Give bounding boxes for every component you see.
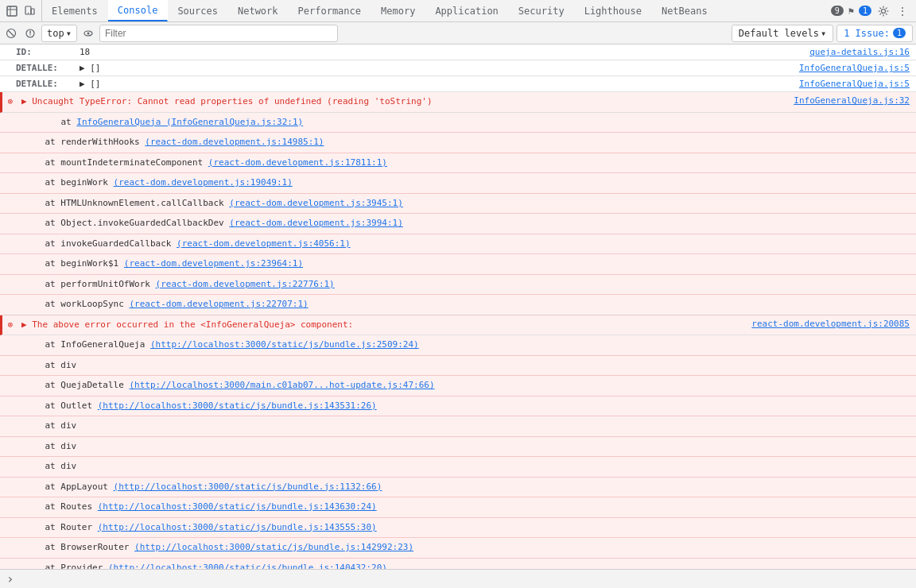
error1-stack8: at beginWork$1 (react-dom.development.js… <box>0 254 916 275</box>
context-selector[interactable]: top <box>41 25 77 42</box>
eye-button[interactable] <box>80 25 96 41</box>
tab-elements[interactable]: Elements <box>42 0 108 21</box>
more-options-button[interactable]: ⋮ <box>895 4 910 18</box>
error2-source[interactable]: react-dom.development.js:20085 <box>745 317 916 331</box>
console-output: ID: 18 queja-details.js:16 DETALLE: ▶ []… <box>0 44 916 569</box>
error1-stack4: at beginWork (react-dom.development.js:1… <box>0 173 916 194</box>
error1-stack10: at workLoopSync (react-dom.development.j… <box>0 295 916 315</box>
levels-chevron-icon <box>821 28 826 39</box>
err2-link10[interactable]: (http://localhost:3000/static/js/bundle.… <box>108 563 387 570</box>
error1-header-row: ⊗ ▶ Uncaught TypeError: Cannot read prop… <box>0 92 916 113</box>
error1-stack2: at renderWithHooks (react-dom.developmen… <box>0 133 916 153</box>
error2-group: ⊗ ▶ The above error occurred in the <Inf… <box>0 315 916 570</box>
issue-count-badge: 1 <box>893 28 906 38</box>
filter-input[interactable] <box>99 25 338 42</box>
error2-header-row: ⊗ ▶ The above error occurred in the <Inf… <box>0 315 916 336</box>
err1-link1[interactable]: InfoGeneralQueja (InfoGeneralQueja.js:32… <box>76 117 303 127</box>
error2-stack5b: at div <box>0 437 916 458</box>
warnings-badge: 1 <box>859 6 871 16</box>
devtools-tab-bar: Elements Console Sources Network Perform… <box>0 0 916 22</box>
tab-security[interactable]: Security <box>509 0 575 21</box>
tab-performance[interactable]: Performance <box>289 0 371 21</box>
error2-stack6: at AppLayout (http://localhost:3000/stat… <box>0 478 916 498</box>
error1-stack9: at performUnitOfWork (react-dom.developm… <box>0 275 916 296</box>
error1-stack1: at InfoGeneralQueja (InfoGeneralQueja.js… <box>0 113 916 133</box>
meta-row-id: ID: 18 queja-details.js:16 <box>0 44 916 60</box>
log-levels-button[interactable]: Default levels <box>732 25 833 42</box>
meta-detalle2-source[interactable]: InfoGeneralQueja.js:5 <box>799 79 916 89</box>
error2-stack2: at div <box>0 356 916 377</box>
error2-stack10: at Provider (http://localhost:3000/stati… <box>0 559 916 570</box>
error1-icon: ⊗ <box>2 94 18 106</box>
meta-detalle2-value: ▶ [] <box>80 79 101 89</box>
err1-link5[interactable]: (react-dom.development.js:3945:1) <box>229 198 403 208</box>
err2-link1[interactable]: (http://localhost:3000/static/js/bundle.… <box>150 339 419 350</box>
settings-button[interactable] <box>876 4 891 18</box>
console-prompt: › <box>6 571 14 586</box>
tab-application[interactable]: Application <box>425 0 508 21</box>
context-chevron-icon <box>66 28 72 39</box>
tab-bar-right: 9 ⚑ 1 ⋮ <box>831 4 916 18</box>
error2-stack5c: at div <box>0 457 916 478</box>
console-toolbar: top Default levels 1 Issue: 1 <box>0 22 916 44</box>
tab-bar: Elements Console Sources Network Perform… <box>42 0 718 21</box>
err1-link3[interactable]: (react-dom.development.js:17811:1) <box>208 157 387 168</box>
err1-link6[interactable]: (react-dom.development.js:3994:1) <box>229 218 403 228</box>
meta-row-detalle1: DETALLE: ▶ [] InfoGeneralQueja.js:5 <box>0 60 916 76</box>
svg-point-6 <box>882 9 886 13</box>
svg-rect-0 <box>7 6 17 16</box>
error2-stack7: at Routes (http://localhost:3000/static/… <box>0 497 916 518</box>
err1-link7[interactable]: (react-dom.development.js:4056:1) <box>177 238 351 249</box>
error1-message[interactable]: ▶ Uncaught TypeError: Cannot read proper… <box>18 94 787 110</box>
error2-stack8: at Router (http://localhost:3000/static/… <box>0 518 916 539</box>
meta-detalle1-label: DETALLE: <box>16 63 80 73</box>
err1-link2[interactable]: (react-dom.development.js:14985:1) <box>145 137 324 147</box>
error1-stack3: at mountIndeterminateComponent (react-do… <box>0 153 916 174</box>
error2-message[interactable]: ▶ The above error occurred in the <InfoG… <box>18 317 745 334</box>
meta-id-source[interactable]: queja-details.js:16 <box>809 47 916 57</box>
meta-row-detalle2: DETALLE: ▶ [] InfoGeneralQueja.js:5 <box>0 76 916 92</box>
bottom-bar: › <box>0 569 916 588</box>
meta-detalle2-label: DETALLE: <box>16 79 80 89</box>
tab-netbeans[interactable]: NetBeans <box>652 0 718 21</box>
err1-link9[interactable]: (react-dom.development.js:22776:1) <box>156 279 335 289</box>
meta-detalle1-source[interactable]: InfoGeneralQueja.js:5 <box>799 63 916 73</box>
error1-stack6: at Object.invokeGuardedCallbackDev (reac… <box>0 214 916 234</box>
err2-link8[interactable]: (http://localhost:3000/static/js/bundle.… <box>98 522 377 532</box>
issues-button[interactable]: 1 Issue: 1 <box>836 25 913 42</box>
svg-point-13 <box>87 32 89 34</box>
err1-link10[interactable]: (react-dom.development.js:22707:1) <box>129 299 308 309</box>
error2-stack4: at Outlet (http://localhost:3000/static/… <box>0 397 916 417</box>
error1-group: ⊗ ▶ Uncaught TypeError: Cannot read prop… <box>0 92 916 315</box>
svg-line-8 <box>9 30 14 36</box>
meta-id-value: 18 <box>80 47 90 57</box>
err1-link8[interactable]: (react-dom.development.js:23964:1) <box>124 258 303 269</box>
error2-stack3: at QuejaDetalle (http://localhost:3000/m… <box>0 376 916 397</box>
clear-console-button[interactable] <box>3 25 19 41</box>
tab-sources[interactable]: Sources <box>168 0 228 21</box>
tab-console[interactable]: Console <box>108 0 169 21</box>
tab-lighthouse[interactable]: Lighthouse <box>575 0 652 21</box>
toolbar-icons-left <box>0 0 42 21</box>
error1-source[interactable]: InfoGeneralQueja.js:32 <box>787 94 916 107</box>
inspect-element-button[interactable] <box>5 4 19 18</box>
err1-link4[interactable]: (react-dom.development.js:19049:1) <box>114 177 293 188</box>
err2-link4[interactable]: (http://localhost:3000/static/js/bundle.… <box>98 400 377 411</box>
meta-id-label: ID: <box>16 47 80 57</box>
svg-rect-4 <box>31 9 34 14</box>
device-toolbar-button[interactable] <box>22 4 37 18</box>
preserve-log-button[interactable] <box>22 25 38 41</box>
err2-link3[interactable]: (http://localhost:3000/main.c01ab07...ho… <box>129 380 434 390</box>
svg-point-5 <box>28 12 29 13</box>
err2-link9[interactable]: (http://localhost:3000/static/js/bundle.… <box>134 542 413 552</box>
svg-point-11 <box>29 34 30 35</box>
error2-stack9: at BrowserRouter (http://localhost:3000/… <box>0 538 916 559</box>
err2-link6[interactable]: (http://localhost:3000/static/js/bundle.… <box>114 482 382 492</box>
err2-link7[interactable]: (http://localhost:3000/static/js/bundle.… <box>98 501 377 512</box>
meta-detalle1-value: ▶ [] <box>80 63 101 73</box>
tab-memory[interactable]: Memory <box>371 0 425 21</box>
error2-stack1: at InfoGeneralQueja (http://localhost:30… <box>0 335 916 356</box>
tab-network[interactable]: Network <box>228 0 289 21</box>
error1-stack5: at HTMLUnknownElement.callCallback (reac… <box>0 194 916 215</box>
errors-badge: 9 <box>831 6 844 16</box>
